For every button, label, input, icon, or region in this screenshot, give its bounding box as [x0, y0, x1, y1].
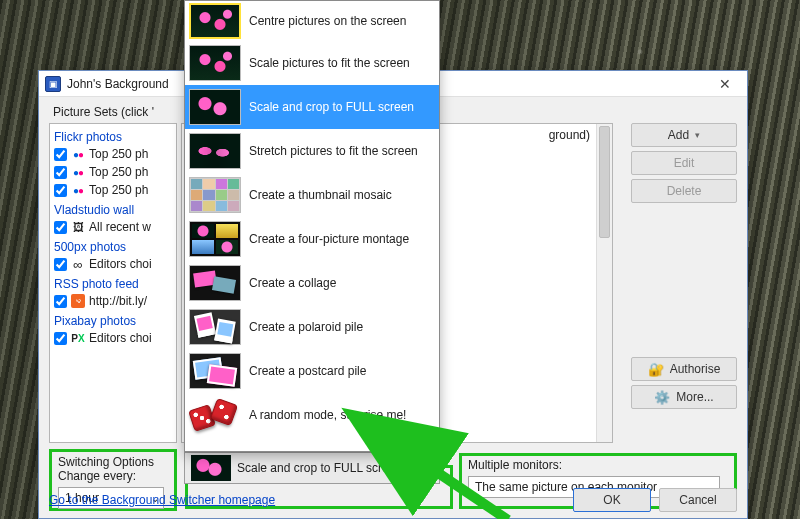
gear-icon: ⚙️: [654, 389, 670, 405]
homepage-link[interactable]: Go to the Background Switcher homepage: [49, 493, 275, 507]
close-icon: ✕: [719, 76, 731, 92]
picture-sets-tree[interactable]: Flickr photos Top 250 ph Top 250 ph Top …: [49, 123, 177, 443]
tree-item[interactable]: Top 250 ph: [54, 181, 172, 199]
mode-option-polaroid[interactable]: Create a polaroid pile: [185, 305, 439, 349]
mode-option-mosaic[interactable]: Create a thumbnail mosaic: [185, 173, 439, 217]
mode-option-random[interactable]: A random mode, surprise me!: [185, 393, 439, 437]
scrollbar[interactable]: [596, 124, 612, 442]
checkbox[interactable]: [54, 221, 67, 234]
tree-item-label: All recent w: [89, 220, 151, 234]
mode-option-centre[interactable]: Centre pictures on the screen: [185, 1, 439, 41]
actions-column: Add▾ Edit Delete 🔐Authorise ⚙️More...: [631, 123, 737, 413]
button-label: Delete: [667, 184, 702, 198]
authorise-button[interactable]: 🔐Authorise: [631, 357, 737, 381]
mode-option-stretch[interactable]: Stretch pictures to fit the screen: [185, 129, 439, 173]
tree-item[interactable]: Editors choi: [54, 255, 172, 273]
dice-icon: [189, 397, 241, 433]
picture-mode-select[interactable]: Scale and crop to FULL screen ▾: [184, 452, 440, 484]
pixabay-icon: PX: [71, 331, 85, 345]
monitors-label: Multiple monitors:: [468, 458, 728, 472]
mode-thumb: [189, 45, 241, 81]
tree-item[interactable]: PXEditors choi: [54, 329, 172, 347]
category-vladstudio[interactable]: Vladstudio wall: [54, 203, 172, 217]
app-icon: ▣: [45, 76, 61, 92]
option-label: Create a thumbnail mosaic: [249, 188, 392, 202]
switching-label: Change every:: [58, 469, 168, 483]
category-rss[interactable]: RSS photo feed: [54, 277, 172, 291]
tree-item[interactable]: All recent w: [54, 218, 172, 236]
mode-thumb: [189, 89, 241, 125]
cancel-button[interactable]: Cancel: [659, 488, 737, 512]
delete-button[interactable]: Delete: [631, 179, 737, 203]
button-label: More...: [676, 390, 713, 404]
button-label: Add: [668, 128, 689, 142]
mode-thumb: [189, 133, 241, 169]
mode-thumb: [189, 221, 241, 257]
mode-option-four-montage[interactable]: Create a four-picture montage: [185, 217, 439, 261]
option-label: Create a polaroid pile: [249, 320, 363, 334]
edit-button[interactable]: Edit: [631, 151, 737, 175]
select-value: Scale and crop to FULL screen: [237, 461, 425, 475]
category-500px[interactable]: 500px photos: [54, 240, 172, 254]
checkbox[interactable]: [54, 184, 67, 197]
option-label: Scale and crop to FULL screen: [249, 100, 414, 114]
chevron-down-icon: ▾: [425, 462, 439, 475]
button-label: Authorise: [670, 362, 721, 376]
tree-item-label: Top 250 ph: [89, 165, 148, 179]
checkbox[interactable]: [54, 148, 67, 161]
mode-option-collage[interactable]: Create a collage: [185, 261, 439, 305]
option-label: Stretch pictures to fit the screen: [249, 144, 418, 158]
mode-option-scale-crop[interactable]: Scale and crop to FULL screen: [185, 85, 439, 129]
mode-thumb: [191, 455, 231, 481]
checkbox[interactable]: [54, 332, 67, 345]
button-label: Cancel: [679, 493, 716, 507]
add-button[interactable]: Add▾: [631, 123, 737, 147]
flickr-icon: [71, 147, 85, 161]
tree-item-label: Top 250 ph: [89, 147, 148, 161]
dialog-footer: Go to the Background Switcher homepage O…: [49, 488, 737, 512]
tree-item[interactable]: Top 250 ph: [54, 163, 172, 181]
infinity-icon: [71, 257, 85, 271]
close-button[interactable]: ✕: [703, 71, 747, 97]
checkbox[interactable]: [54, 295, 67, 308]
ok-button[interactable]: OK: [573, 488, 651, 512]
button-label: Edit: [674, 156, 695, 170]
category-pixabay[interactable]: Pixabay photos: [54, 314, 172, 328]
option-label: Centre pictures on the screen: [249, 14, 406, 28]
checkbox[interactable]: [54, 166, 67, 179]
flickr-icon: [71, 183, 85, 197]
tree-item-label: Top 250 ph: [89, 183, 148, 197]
tree-item-label: http://bit.ly/: [89, 294, 147, 308]
instruction-prefix: Picture Sets (click ': [53, 105, 154, 119]
flickr-icon: [71, 165, 85, 179]
tree-item[interactable]: Top 250 ph: [54, 145, 172, 163]
mode-thumb: [189, 353, 241, 389]
button-label: OK: [603, 493, 620, 507]
option-label: Scale pictures to fit the screen: [249, 56, 410, 70]
more-button[interactable]: ⚙️More...: [631, 385, 737, 409]
mode-thumb: [189, 265, 241, 301]
picture-icon: [71, 220, 85, 234]
mode-option-postcard[interactable]: Create a postcard pile: [185, 349, 439, 393]
switching-title: Switching Options: [58, 455, 168, 469]
option-label: Create a postcard pile: [249, 364, 366, 378]
picture-mode-dropdown[interactable]: Centre pictures on the screen Scale pict…: [184, 0, 440, 452]
mode-thumb: [189, 3, 241, 39]
mode-thumb: [189, 177, 241, 213]
tree-item[interactable]: ༄http://bit.ly/: [54, 292, 172, 310]
option-label: Create a four-picture montage: [249, 232, 409, 246]
option-label: Create a collage: [249, 276, 336, 290]
category-flickr[interactable]: Flickr photos: [54, 130, 172, 144]
mode-option-scale-fit[interactable]: Scale pictures to fit the screen: [185, 41, 439, 85]
rss-icon: ༄: [71, 294, 85, 308]
lock-icon: 🔐: [648, 361, 664, 377]
tree-item-label: Editors choi: [89, 257, 152, 271]
chevron-down-icon: ▾: [695, 130, 700, 140]
instruction-suffix: ground): [549, 128, 590, 142]
option-label: A random mode, surprise me!: [249, 408, 406, 422]
mode-thumb: [189, 309, 241, 345]
checkbox[interactable]: [54, 258, 67, 271]
tree-item-label: Editors choi: [89, 331, 152, 345]
